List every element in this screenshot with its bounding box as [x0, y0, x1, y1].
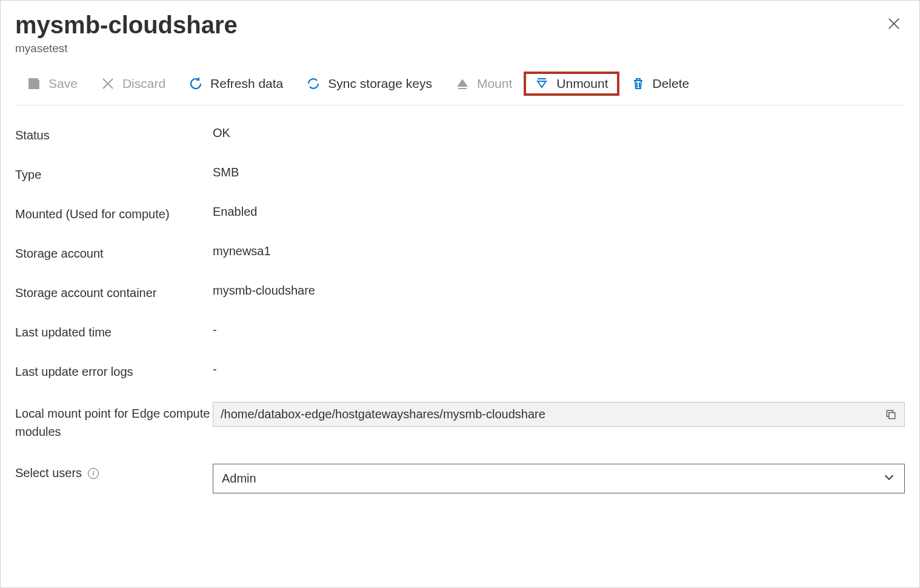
- label-storage-account: Storage account: [15, 244, 213, 261]
- row-status: Status OK: [15, 126, 905, 142]
- select-users-value: Admin: [222, 472, 256, 486]
- value-container: mysmb-cloudshare: [213, 284, 905, 298]
- mount-button: Mount: [444, 71, 524, 96]
- row-storage-account: Storage account mynewsa1: [15, 244, 905, 261]
- delete-button[interactable]: Delete: [619, 71, 701, 96]
- row-container: Storage account container mysmb-cloudsha…: [15, 284, 905, 300]
- label-container: Storage account container: [15, 284, 213, 300]
- discard-icon: [101, 76, 115, 91]
- label-select-users: Select users i: [15, 464, 213, 480]
- label-mount-point: Local mount point for Edge compute modul…: [15, 402, 213, 441]
- form-area: Status OK Type SMB Mounted (Used for com…: [15, 126, 905, 493]
- row-mounted: Mounted (Used for compute) Enabled: [15, 205, 905, 221]
- label-status: Status: [15, 126, 213, 142]
- row-error-logs: Last update error logs -: [15, 362, 905, 379]
- mount-point-field: /home/databox-edge/hostgatewayshares/mys…: [213, 402, 905, 427]
- page-title: mysmb-cloudshare: [15, 12, 905, 38]
- svg-rect-2: [31, 84, 37, 89]
- sync-storage-keys-button[interactable]: Sync storage keys: [295, 71, 444, 96]
- row-type: Type SMB: [15, 165, 905, 182]
- discard-label: Discard: [122, 76, 165, 91]
- refresh-data-button[interactable]: Refresh data: [177, 71, 295, 96]
- copy-icon: [885, 409, 897, 421]
- toolbar: Save Discard Refresh data Sync storage k…: [15, 71, 905, 105]
- mount-label: Mount: [477, 76, 512, 91]
- unmount-button[interactable]: Unmount: [524, 72, 619, 96]
- delete-icon: [631, 76, 645, 91]
- copy-mount-point-button[interactable]: [885, 409, 897, 421]
- label-mounted: Mounted (Used for compute): [15, 205, 213, 221]
- share-details-panel: mysmb-cloudshare myasetest Save Discard …: [0, 0, 920, 588]
- discard-button: Discard: [89, 71, 177, 96]
- value-type: SMB: [213, 165, 905, 179]
- refresh-label: Refresh data: [210, 76, 283, 91]
- mount-point-value: /home/databox-edge/hostgatewayshares/mys…: [221, 407, 545, 421]
- sync-label: Sync storage keys: [328, 76, 432, 91]
- select-users-label-text: Select users: [15, 466, 82, 480]
- sync-icon: [306, 76, 321, 91]
- row-select-users: Select users i Admin: [15, 464, 905, 493]
- select-users-dropdown[interactable]: Admin: [213, 464, 905, 493]
- label-last-updated: Last updated time: [15, 323, 213, 339]
- value-storage-account: mynewsa1: [213, 244, 905, 258]
- unmount-label: Unmount: [556, 76, 608, 91]
- refresh-icon: [188, 76, 203, 91]
- mount-icon: [455, 76, 470, 91]
- value-mounted: Enabled: [213, 205, 905, 219]
- page-subtitle: myasetest: [15, 42, 905, 55]
- save-icon: [27, 76, 41, 91]
- value-status: OK: [213, 126, 905, 140]
- unmount-icon: [535, 76, 549, 91]
- label-type: Type: [15, 165, 213, 182]
- close-icon: [887, 17, 901, 30]
- save-button: Save: [15, 71, 89, 96]
- value-error-logs: -: [213, 362, 905, 376]
- chevron-down-icon: [882, 470, 896, 487]
- row-last-updated: Last updated time -: [15, 323, 905, 339]
- value-last-updated: -: [213, 323, 905, 337]
- row-mount-point: Local mount point for Edge compute modul…: [15, 402, 905, 441]
- label-error-logs: Last update error logs: [15, 362, 213, 379]
- save-label: Save: [48, 76, 78, 91]
- info-icon[interactable]: i: [88, 468, 99, 479]
- delete-label: Delete: [653, 76, 690, 91]
- svg-rect-9: [889, 412, 895, 418]
- close-button[interactable]: [882, 12, 906, 36]
